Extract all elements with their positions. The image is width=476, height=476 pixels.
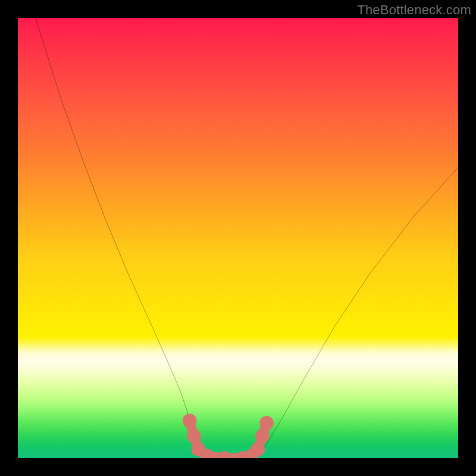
bottleneck-curve bbox=[36, 18, 458, 458]
watermark-text: TheBottleneck.com bbox=[357, 2, 471, 18]
plot-area bbox=[18, 18, 458, 458]
outer-frame: TheBottleneck.com bbox=[0, 0, 476, 476]
curve-layer bbox=[18, 18, 458, 458]
